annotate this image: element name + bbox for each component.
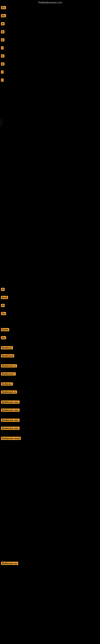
badge-b18: Bottleneck xyxy=(1,354,14,358)
badge-b13: B xyxy=(1,304,4,307)
badge-b9: I xyxy=(1,70,3,74)
badge-b16: Bo xyxy=(1,336,6,339)
badge-b23: Bottleneck resu xyxy=(1,400,20,404)
vertical-line-vl1 xyxy=(1,119,1,127)
badge-b2: Bo xyxy=(1,14,6,17)
badge-b28: Bottleneck res xyxy=(1,562,18,565)
badge-b21: Bottlenec xyxy=(1,382,13,386)
badge-b20: Bottleneck r xyxy=(1,372,16,376)
badge-b15: Bottle xyxy=(1,328,9,331)
badge-b1: Bo xyxy=(1,6,6,9)
badge-b4: E xyxy=(1,30,4,34)
site-title: TheBottlenecker.com xyxy=(38,1,62,4)
badge-b27: Bottleneck result xyxy=(1,437,21,440)
badge-b25: Bottleneck resu xyxy=(1,418,20,422)
badge-b22: Bottleneck re xyxy=(1,390,17,394)
badge-b26: Bottleneck resu xyxy=(1,427,20,430)
badge-b5: E xyxy=(1,38,4,42)
badge-b12: Bottl xyxy=(1,296,8,299)
badge-b11: B xyxy=(1,288,4,291)
badge-b24: Bottleneck resu xyxy=(1,408,20,412)
badge-b19: Bottleneck re xyxy=(1,364,17,368)
badge-b3: B xyxy=(1,22,4,25)
badge-b8: E xyxy=(1,62,4,66)
badge-b14: Bo xyxy=(1,312,6,315)
badge-b7: E xyxy=(1,54,4,58)
badge-b6: I xyxy=(1,46,3,50)
badge-b17: Bottlenec xyxy=(1,346,13,349)
badge-b10: I xyxy=(1,78,3,82)
